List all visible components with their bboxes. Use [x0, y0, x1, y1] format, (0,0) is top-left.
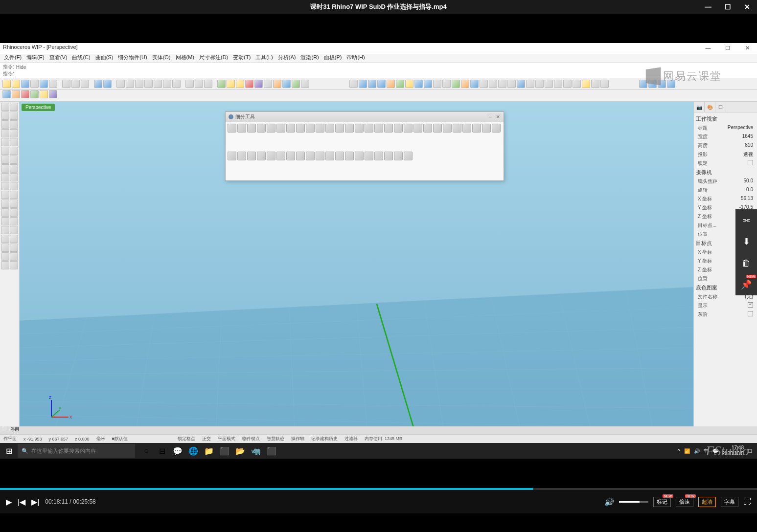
prev-button[interactable]: |◀	[18, 497, 25, 507]
sweep-icon[interactable]	[10, 164, 18, 173]
menu-solid[interactable]: 实体(O)	[150, 54, 173, 62]
subd-torus-icon[interactable]	[276, 124, 285, 133]
pan-icon[interactable]	[116, 80, 125, 88]
subd-merge-icon[interactable]	[404, 124, 413, 133]
sel-mesh-icon[interactable]	[396, 80, 404, 88]
curve-icon[interactable]	[1, 120, 9, 129]
grasshopper-icon[interactable]	[301, 80, 309, 88]
open-icon[interactable]	[12, 80, 20, 88]
play-button[interactable]: ▶	[6, 497, 12, 507]
osnap-icon[interactable]	[545, 80, 553, 88]
shade-icon[interactable]	[195, 80, 203, 88]
menu-panel[interactable]: 面板(P)	[322, 54, 344, 62]
zoom-selected-icon[interactable]	[163, 80, 171, 88]
subd-repair-icon[interactable]	[394, 152, 403, 160]
volume-icon[interactable]: 🔊	[604, 497, 614, 507]
chamfer-icon[interactable]	[10, 217, 18, 225]
rhino-maximize[interactable]: ☐	[718, 43, 737, 53]
subd-options-icon[interactable]	[384, 152, 393, 160]
subd-subdivide-icon[interactable]	[462, 124, 471, 133]
join-icon[interactable]	[10, 208, 18, 217]
menu-dimension[interactable]: 尺寸标注(D)	[197, 54, 230, 62]
subd-check-icon[interactable]	[404, 152, 413, 160]
taskview-icon[interactable]: ⊟	[155, 444, 169, 458]
history-icon[interactable]	[573, 80, 581, 88]
panel-close-icon[interactable]: ✕	[495, 113, 502, 120]
orient-icon[interactable]	[10, 244, 18, 252]
gray-checkbox[interactable]	[748, 311, 753, 316]
layer-icon[interactable]	[254, 80, 263, 88]
subd-tonurbs-icon[interactable]	[276, 152, 285, 160]
rhino-icon[interactable]: 🦏	[249, 444, 263, 458]
subd-select-icon[interactable]	[316, 152, 324, 160]
app1-icon[interactable]: ⬛	[217, 444, 232, 458]
sel-srf-icon[interactable]	[377, 80, 386, 88]
panel-minimize-icon[interactable]: –	[487, 113, 494, 120]
close-button[interactable]: ✕	[737, 0, 757, 14]
subd-display-icon[interactable]	[365, 152, 373, 160]
subd-toggle-icon[interactable]	[374, 152, 383, 160]
ortho-icon[interactable]	[526, 80, 534, 88]
subd-bevel-icon[interactable]	[443, 124, 452, 133]
subd-slide-icon[interactable]	[433, 124, 442, 133]
check-icon[interactable]	[10, 261, 18, 269]
subd-tosubdivide-icon[interactable]	[306, 152, 315, 160]
point-icon[interactable]	[1, 103, 9, 111]
subd-inset-icon[interactable]	[453, 124, 461, 133]
sel-prev-icon[interactable]	[442, 80, 451, 88]
sel-polysrf-icon[interactable]	[387, 80, 395, 88]
search-box[interactable]: 🔍 在这里输入你要搜索的内容	[18, 444, 135, 458]
subd-reflect-icon[interactable]	[247, 152, 256, 160]
subd-cylinder-icon[interactable]	[257, 124, 266, 133]
mirror-icon[interactable]	[10, 235, 18, 243]
pin-icon[interactable]: 📌NEW	[735, 274, 757, 295]
sel-all-icon[interactable]	[405, 80, 413, 88]
menu-edit[interactable]: 编辑(E)	[24, 54, 46, 62]
chrome-icon[interactable]: 🌐	[186, 444, 201, 458]
subtitle-button[interactable]: 字幕	[721, 497, 738, 507]
zoom-window-icon[interactable]	[154, 80, 162, 88]
polygon-icon[interactable]	[10, 138, 18, 146]
menu-tools[interactable]: 工具(L)	[253, 54, 275, 62]
menu-analyze[interactable]: 分析(A)	[276, 54, 298, 62]
new-icon[interactable]	[2, 80, 11, 88]
hide-icon[interactable]	[217, 80, 226, 88]
menu-surface[interactable]: 曲面(S)	[93, 54, 115, 62]
subd-dissolve-icon[interactable]	[492, 124, 501, 133]
menu-render[interactable]: 渲染(R)	[298, 54, 321, 62]
start-button[interactable]: ⊞	[1, 443, 17, 459]
named-cplane-icon[interactable]	[489, 80, 497, 88]
copy-icon[interactable]	[71, 80, 80, 88]
subd-fill-icon[interactable]	[394, 124, 403, 133]
parabola-icon[interactable]	[10, 147, 18, 155]
rotate-icon[interactable]	[126, 80, 134, 88]
tool-r4-icon[interactable]	[30, 90, 39, 98]
subd-extrude-icon[interactable]	[345, 124, 354, 133]
delete-icon[interactable]: 🗑	[735, 252, 757, 274]
surface-icon[interactable]	[1, 155, 9, 164]
subd-selring-icon[interactable]	[335, 152, 344, 160]
fillet-icon[interactable]	[1, 217, 9, 225]
subd-grow-icon[interactable]	[345, 152, 354, 160]
arc-icon[interactable]	[10, 129, 18, 137]
line-icon[interactable]	[1, 111, 9, 120]
show-checkbox[interactable]	[748, 302, 753, 308]
command-area[interactable]: 指令:Hide 指令:	[0, 63, 757, 78]
subd-bridge-icon[interactable]	[384, 124, 393, 133]
cylinder-icon[interactable]	[1, 191, 9, 199]
unlock-icon[interactable]	[245, 80, 253, 88]
perspective-viewport[interactable]: Perspective z x y	[20, 102, 693, 434]
cplane-undo-icon[interactable]	[498, 80, 506, 88]
subd-sphere-icon[interactable]	[247, 124, 256, 133]
subd-symmetry-icon[interactable]	[267, 152, 275, 160]
maximize-button[interactable]: ☐	[718, 0, 737, 14]
paste-icon[interactable]	[81, 80, 89, 88]
sel-last-icon[interactable]	[433, 80, 441, 88]
menu-transform[interactable]: 变动(T)	[231, 54, 252, 62]
subd-ellipsoid-icon[interactable]	[286, 124, 295, 133]
quality-button[interactable]: 超清	[698, 497, 716, 507]
extrude-icon[interactable]	[1, 173, 9, 181]
gumball-icon[interactable]	[554, 80, 562, 88]
redo-icon[interactable]	[103, 80, 112, 88]
menu-file[interactable]: 文件(F)	[2, 54, 23, 62]
